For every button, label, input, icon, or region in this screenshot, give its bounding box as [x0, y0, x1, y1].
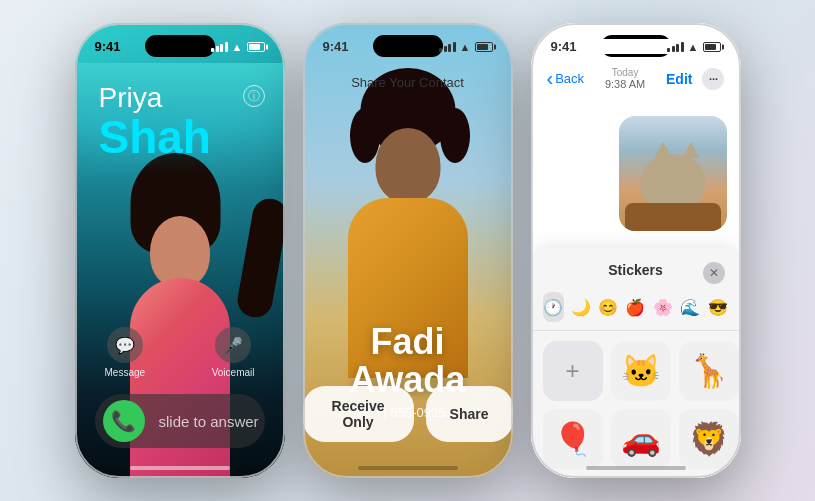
p1-message-icon: 💬	[107, 327, 143, 363]
stickers-tabs: 🕐 🌙 😊 🍎 🌸 🌊 😎	[531, 292, 741, 331]
p3-wifi-icon: ▲	[688, 41, 699, 53]
p3-signal-bar-3	[676, 44, 679, 52]
priya-hair-right	[234, 196, 284, 320]
p2-wifi-icon: ▲	[460, 41, 471, 53]
sticker-tab-emoji[interactable]: 😊	[597, 292, 618, 322]
p1-status-icons: ▲	[211, 41, 264, 53]
p3-home-indicator	[586, 466, 686, 470]
sticker-tab-wave[interactable]: 🌊	[680, 292, 701, 322]
p3-status-icons: ▲	[667, 41, 720, 53]
p3-battery-icon	[703, 42, 721, 52]
sticker-giraffe[interactable]: 🦒	[679, 341, 739, 401]
p3-battery-fill	[705, 44, 716, 50]
p3-nav-center: Today 9:38 AM	[605, 67, 645, 90]
p2-header: Share Your Contact	[303, 75, 513, 90]
p2-status-icons: ▲	[439, 41, 492, 53]
p3-content: Stickers ✕ 🕐 🌙 😊 🍎 🌸 🌊 😎 +	[531, 111, 741, 478]
p3-status-bar: 9:41 ▲	[531, 39, 741, 54]
cat-ear-left	[654, 142, 672, 158]
p1-home-indicator	[130, 466, 230, 470]
sticker-tab-recent[interactable]: 🕐	[543, 292, 564, 322]
p3-nav-date: Today	[612, 67, 639, 78]
p1-signal-bars	[211, 42, 228, 52]
phone-1: 9:41 ▲ Priya Shah ⓘ	[75, 23, 285, 478]
sticker-tab-apple[interactable]: 🍎	[625, 292, 646, 322]
sticker-tab-cool[interactable]: 😎	[707, 292, 728, 322]
sticker-lion[interactable]: 🦁	[679, 409, 739, 469]
p3-back-label: Back	[555, 71, 584, 86]
p3-edit-button[interactable]: Edit	[666, 71, 692, 87]
stickers-grid: + 🐱 🦒 🎈 🚗 🦁	[531, 331, 741, 478]
p3-cat-photo	[619, 116, 727, 231]
phone-2-wrapper: 9:41 ▲ Share Your Contact Fadi	[303, 23, 513, 478]
p2-firstname: Fadi	[370, 321, 444, 362]
p1-slide-to-answer[interactable]: 📞 slide to answer	[95, 394, 265, 448]
p1-voicemail-label: Voicemail	[212, 367, 255, 378]
p1-status-bar: 9:41 ▲	[75, 39, 285, 54]
cat-body	[640, 154, 705, 209]
sticker-cat[interactable]: 🐱	[611, 341, 671, 401]
share-button[interactable]: Share	[426, 386, 513, 442]
p3-chevron-left: ‹	[547, 67, 554, 90]
sticker-tab-moon[interactable]: 🌙	[570, 292, 591, 322]
p1-voicemail-icon: 🎤	[215, 327, 251, 363]
p1-message-btn[interactable]: 💬 Message	[105, 327, 146, 378]
p2-battery-icon	[475, 42, 493, 52]
p1-action-row: 💬 Message 🎤 Voicemail	[95, 327, 265, 378]
p2-action-buttons: Receive Only Share	[303, 386, 513, 442]
p3-signal-bar-4	[681, 42, 684, 52]
phone-2: 9:41 ▲ Share Your Contact Fadi	[303, 23, 513, 478]
stickers-header: Stickers ✕	[531, 248, 741, 292]
p2-status-time: 9:41	[323, 39, 349, 54]
p1-wifi-icon: ▲	[232, 41, 243, 53]
p3-status-time: 9:41	[551, 39, 577, 54]
p1-phone-icon: 📞	[111, 409, 136, 433]
stickers-panel: Stickers ✕ 🕐 🌙 😊 🍎 🌸 🌊 😎 +	[531, 248, 741, 478]
stickers-title: Stickers	[608, 262, 662, 278]
p3-signal-bars	[667, 42, 684, 52]
p3-signal-bar-1	[667, 48, 670, 52]
p2-signal-bar-4	[453, 42, 456, 52]
p2-signal-bar-3	[448, 44, 451, 52]
sticker-tab-flower[interactable]: 🌸	[652, 292, 673, 322]
p1-slide-text: slide to answer	[159, 413, 259, 430]
signal-bar-2	[216, 46, 219, 52]
sticker-balloon[interactable]: 🎈	[543, 409, 603, 469]
phone-3-wrapper: 9:41 ▲ ‹ Back T	[531, 23, 741, 478]
p2-home-indicator	[358, 466, 458, 470]
sticker-car[interactable]: 🚗	[611, 409, 671, 469]
p3-ellipsis-button[interactable]: ···	[702, 68, 724, 90]
p1-answer-circle: 📞	[103, 400, 145, 442]
cat-surface	[625, 203, 721, 231]
p1-status-time: 9:41	[95, 39, 121, 54]
p1-battery-fill	[249, 44, 260, 50]
p2-signal-bar-2	[444, 46, 447, 52]
p3-nav-bar: ‹ Back Today 9:38 AM Edit ···	[531, 67, 741, 90]
receive-only-button[interactable]: Receive Only	[303, 386, 414, 442]
p1-bottom-ui: 💬 Message 🎤 Voicemail 📞 slide to answer	[75, 327, 285, 478]
p2-status-bar: 9:41 ▲	[303, 39, 513, 54]
signal-bar-4	[225, 42, 228, 52]
p3-back-button[interactable]: ‹ Back	[547, 67, 585, 90]
phone-3: 9:41 ▲ ‹ Back T	[531, 23, 741, 478]
p3-nav-time: 9:38 AM	[605, 78, 645, 90]
signal-bar-1	[211, 48, 214, 52]
p2-signal-bar-1	[439, 48, 442, 52]
p2-battery-fill	[477, 44, 488, 50]
p2-signal-bars	[439, 42, 456, 52]
p1-info-icon[interactable]: ⓘ	[243, 85, 265, 107]
p1-battery-icon	[247, 42, 265, 52]
signal-bar-3	[220, 44, 223, 52]
phone-1-wrapper: 9:41 ▲ Priya Shah ⓘ	[75, 23, 285, 478]
cat-ear-right	[682, 142, 700, 158]
p1-voicemail-btn[interactable]: 🎤 Voicemail	[212, 327, 255, 378]
p1-lastname: Shah	[99, 114, 285, 160]
stickers-close-button[interactable]: ✕	[703, 262, 725, 284]
p1-message-label: Message	[105, 367, 146, 378]
sticker-add-button[interactable]: +	[543, 341, 603, 401]
p3-signal-bar-2	[672, 46, 675, 52]
p3-nav-right: Edit ···	[666, 68, 724, 90]
